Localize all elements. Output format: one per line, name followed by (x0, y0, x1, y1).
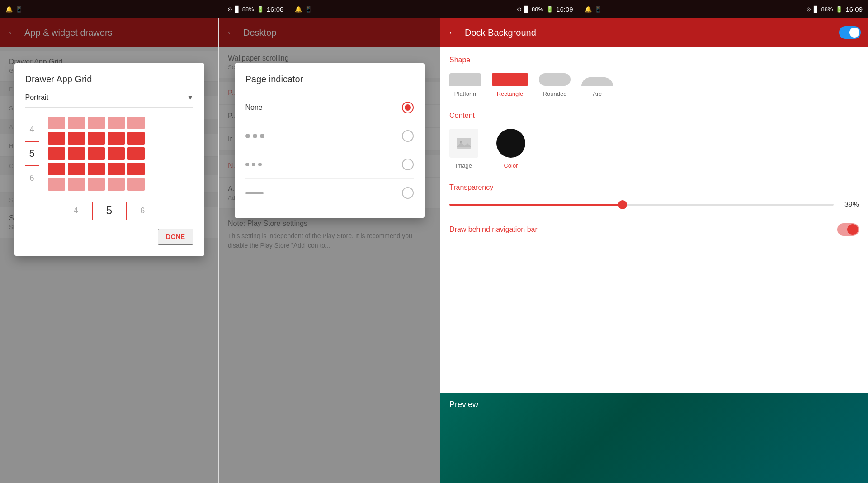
main-content: ← App & widget drawers Drawer App Grid G… (0, 18, 868, 483)
block-5-1 (48, 178, 65, 191)
shape-option-rounded[interactable]: Rounded (539, 73, 571, 97)
col-num-6[interactable]: 6 (140, 206, 145, 216)
radio-none[interactable]: None (245, 94, 414, 122)
battery-3: 88% (821, 6, 833, 13)
status-section-1: 🔔 📱 ⊘ ▊ 88% 🔋 16:08 (0, 0, 289, 18)
image-icon (455, 134, 473, 152)
drawer-app-grid-dialog-overlay: Drawer App Grid Portrait ▼ 4 5 6 (0, 18, 218, 483)
alarm-icon-2: 🔔 (295, 6, 302, 13)
alarm-icon-3: 🔔 (585, 6, 592, 13)
panel3-title: Dock Background (465, 28, 536, 38)
col-picker: 4 5 6 (25, 202, 193, 220)
time-2: 16:09 (556, 5, 573, 13)
block-1-5 (127, 117, 145, 129)
panel-app-widget-drawers: ← App & widget drawers Drawer App Grid G… (0, 18, 219, 483)
dot-1-a (245, 134, 250, 138)
col-num-4[interactable]: 4 (74, 206, 78, 216)
shape-label-platform: Platform (454, 90, 476, 97)
signal-icon-3: ▊ (814, 6, 818, 13)
content-label-color: Color (504, 162, 518, 169)
transparency-section-title: Transparency (449, 183, 859, 192)
shape-option-rectangle[interactable]: Rectangle (492, 73, 528, 97)
status-bar: 🔔 📱 ⊘ ▊ 88% 🔋 16:08 🔔 📱 ⊘ ▊ 88% 🔋 16:09 … (0, 0, 868, 18)
orientation-dropdown[interactable]: Portrait ▼ (25, 94, 193, 108)
battery-icon-1: 🔋 (257, 6, 264, 13)
block-2-4 (108, 132, 125, 145)
block-2-1 (48, 132, 65, 145)
block-3-4 (108, 147, 125, 160)
draw-behind-nav-row: Draw behind navigation bar (449, 220, 859, 239)
draw-behind-nav-toggle[interactable] (837, 223, 859, 236)
status-right-1: ⊘ ▊ 88% 🔋 16:08 (227, 5, 284, 13)
battery-icon-2: 🔋 (546, 6, 553, 13)
col-divider-2 (126, 202, 127, 220)
signal-icon-2: ▊ (524, 6, 529, 13)
content-label-image: Image (456, 162, 472, 169)
block-2-5 (127, 132, 145, 145)
grid-row-1 (48, 117, 145, 129)
block-5-3 (88, 178, 105, 191)
transparency-slider-thumb[interactable] (618, 200, 627, 209)
grid-row-4 (48, 163, 145, 175)
radio-dots-1[interactable] (245, 122, 414, 150)
preview-section: Preview (440, 393, 868, 483)
grid-picker: 4 5 6 (25, 117, 193, 191)
block-5-4 (108, 178, 125, 191)
back-button-panel3[interactable]: ← (448, 27, 458, 38)
dialog-actions: DONE (25, 229, 193, 245)
row-num-4[interactable]: 4 (29, 120, 34, 138)
block-2-3 (88, 132, 105, 145)
grid-row-3 (48, 147, 145, 160)
shape-label-rectangle: Rectangle (497, 90, 524, 97)
battery-2: 88% (532, 6, 543, 13)
block-1-2 (68, 117, 85, 129)
page-indicator-title: Page indicator (245, 74, 414, 84)
col-num-5[interactable]: 5 (106, 204, 112, 217)
content-section-title: Content (449, 112, 859, 120)
radio-dots-1-btn[interactable] (402, 130, 414, 142)
transparency-slider-track[interactable] (449, 204, 834, 206)
image-icon-box (449, 129, 478, 158)
row-num-5[interactable]: 5 (29, 145, 34, 163)
shape-option-platform[interactable]: Platform (449, 73, 481, 97)
dock-bg-toggle[interactable] (839, 26, 861, 39)
shape-preview-rectangle (492, 73, 528, 86)
block-1-3 (88, 117, 105, 129)
shape-selector: Platform Rectangle Rounded Arc (449, 73, 859, 97)
content-option-color[interactable]: Color (496, 129, 525, 169)
block-3-1 (48, 147, 65, 160)
block-1-1 (48, 117, 65, 129)
dot-2-b (252, 163, 255, 166)
content-option-image[interactable]: Image (449, 129, 478, 169)
block-4-2 (68, 163, 85, 175)
radio-dots-2-btn[interactable] (402, 159, 414, 170)
block-5-2 (68, 178, 85, 191)
row-num-6[interactable]: 6 (29, 169, 34, 187)
grid-row-2 (48, 132, 145, 145)
block-3-2 (68, 147, 85, 160)
content-selector: Image Color (449, 129, 859, 169)
status-left-1: 🔔 📱 (5, 6, 23, 13)
dialog-title-drawer: Drawer App Grid (25, 74, 193, 84)
signal-icon-1: ▊ (235, 6, 240, 13)
row-numbers: 4 5 6 (25, 120, 39, 187)
shape-label-arc: Arc (593, 90, 602, 97)
status-right-2: ⊘ ▊ 88% 🔋 16:09 (517, 5, 573, 13)
phone-icon-2: 📱 (305, 6, 312, 13)
radio-dots-2[interactable] (245, 150, 414, 179)
radio-line-btn[interactable] (402, 187, 414, 199)
battery-icon-3: 🔋 (835, 6, 843, 13)
dot-2-c (258, 163, 262, 166)
color-circle (496, 129, 525, 158)
shape-option-arc[interactable]: Arc (581, 77, 613, 97)
grid-blocks (48, 117, 145, 191)
grid-row-5 (48, 178, 145, 191)
col-divider-1 (92, 202, 93, 220)
done-button[interactable]: DONE (158, 229, 193, 245)
dot-indicator-1 (245, 134, 264, 138)
block-4-5 (127, 163, 145, 175)
row-line-5 (25, 165, 39, 166)
radio-none-btn[interactable] (402, 102, 414, 113)
radio-line[interactable] (245, 179, 414, 207)
shape-preview-rounded (539, 73, 571, 86)
